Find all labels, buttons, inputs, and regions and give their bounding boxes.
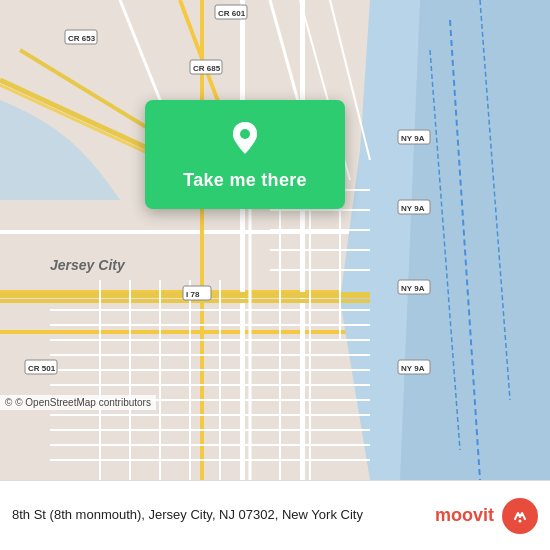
attribution-c: © [5, 397, 12, 408]
svg-text:NY 9A: NY 9A [401, 204, 425, 213]
moovit-logo: moovit [435, 498, 538, 534]
svg-point-61 [240, 129, 250, 139]
moovit-logo-text: moovit [435, 505, 494, 526]
bottom-bar: 8th St (8th monmouth), Jersey City, NJ 0… [0, 480, 550, 550]
svg-text:NY 9A: NY 9A [401, 364, 425, 373]
attribution-text: © OpenStreetMap contributors [15, 397, 151, 408]
svg-text:CR 601: CR 601 [218, 9, 246, 18]
pin-icon [223, 116, 267, 160]
map-attribution: © © OpenStreetMap contributors [0, 395, 156, 410]
address-text: 8th St (8th monmouth), Jersey City, NJ 0… [12, 506, 435, 524]
svg-text:CR 501: CR 501 [28, 364, 56, 373]
moovit-logo-icon [502, 498, 538, 534]
location-card: Take me there [145, 100, 345, 209]
moovit-icon-svg [509, 505, 531, 527]
svg-text:NY 9A: NY 9A [401, 284, 425, 293]
svg-text:NY 9A: NY 9A [401, 134, 425, 143]
take-me-there-button[interactable]: Take me there [183, 170, 307, 191]
map-container: NY 9A NY 9A NY 9A NY 9A I 78 CR 601 CR 6… [0, 0, 550, 480]
svg-text:CR 685: CR 685 [193, 64, 221, 73]
svg-text:Jersey City: Jersey City [50, 257, 126, 273]
svg-text:CR 653: CR 653 [68, 34, 96, 43]
svg-point-63 [519, 519, 522, 522]
svg-text:I 78: I 78 [186, 290, 200, 299]
svg-marker-1 [400, 0, 550, 480]
